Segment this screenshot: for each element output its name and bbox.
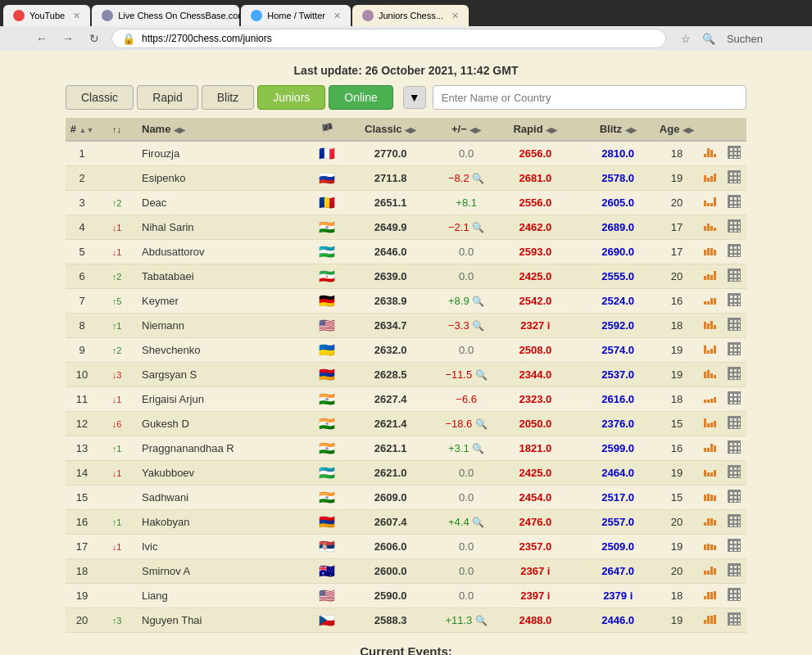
trend-chart[interactable]	[704, 370, 716, 378]
bookmark-icon[interactable]: ☆	[681, 33, 691, 45]
blitz-cell: 2592.0	[580, 314, 656, 338]
trend-chart[interactable]	[704, 346, 716, 354]
tab-juniors-close[interactable]: ✕	[451, 11, 459, 21]
trend-chart[interactable]	[704, 444, 716, 452]
address-input[interactable]: 🔒 https://2700chess.com/juniors	[111, 29, 666, 48]
filter-icon[interactable]: ▼	[403, 86, 426, 109]
detail-cell[interactable]	[722, 559, 746, 584]
detail-icon[interactable]	[728, 391, 741, 404]
detail-cell[interactable]	[722, 461, 746, 486]
detail-icon[interactable]	[728, 293, 741, 306]
detail-cell[interactable]	[722, 608, 746, 633]
detail-icon[interactable]	[728, 416, 741, 429]
trend-chart[interactable]	[704, 567, 716, 575]
trend-chart[interactable]	[704, 174, 716, 182]
flag-cell: 🇩🇪	[315, 289, 339, 314]
trend-chart[interactable]	[704, 397, 716, 403]
detail-cell[interactable]	[722, 535, 746, 559]
search-input[interactable]	[433, 85, 746, 110]
back-button[interactable]: ←	[33, 29, 51, 47]
detail-icon[interactable]	[728, 170, 741, 183]
tab-chessbase[interactable]: Live Chess On ChessBase.com ✕	[92, 5, 239, 26]
reload-button[interactable]: ↻	[85, 29, 103, 47]
detail-icon[interactable]	[728, 490, 741, 503]
search-icon[interactable]: 🔍	[472, 517, 484, 528]
trend-chart[interactable]	[704, 148, 716, 157]
detail-icon[interactable]	[728, 342, 741, 355]
trend-chart[interactable]	[704, 197, 716, 206]
detail-icon[interactable]	[728, 539, 741, 552]
detail-icon[interactable]	[728, 514, 741, 527]
trend-chart[interactable]	[704, 271, 716, 280]
search-icon[interactable]: 🔍	[472, 443, 484, 454]
detail-cell[interactable]	[722, 191, 746, 215]
trend-chart[interactable]	[704, 544, 716, 550]
flag-cell: 🇺🇦	[315, 338, 339, 363]
detail-cell[interactable]	[722, 363, 746, 387]
change-cell: ↑2	[98, 191, 135, 215]
detail-icon[interactable]	[728, 367, 741, 380]
trend-chart[interactable]	[704, 518, 716, 526]
detail-icon[interactable]	[728, 195, 741, 208]
detail-cell[interactable]	[722, 486, 746, 510]
search-icon[interactable]: 🔍	[472, 173, 484, 184]
diff-cell: +8.9 🔍	[442, 289, 491, 314]
rank-change: ↑1	[112, 321, 122, 331]
detail-cell[interactable]	[722, 584, 746, 608]
tab-youtube[interactable]: YouTube ✕	[3, 5, 90, 26]
detail-icon[interactable]	[728, 440, 741, 454]
address-bar: ← → ↻ 🔒 https://2700chess.com/juniors ☆ …	[0, 26, 812, 51]
last-update: Last update: 26 October 2021, 11:42 GMT	[66, 57, 746, 85]
detail-cell[interactable]	[722, 166, 746, 191]
tab-juniors[interactable]: Juniors Chess... ✕	[352, 5, 469, 26]
detail-icon[interactable]	[728, 318, 741, 331]
detail-cell[interactable]	[722, 264, 746, 289]
detail-icon[interactable]	[728, 146, 741, 159]
detail-cell[interactable]	[722, 141, 746, 166]
search-icon[interactable]: 🔍	[475, 418, 488, 430]
trend-chart[interactable]	[704, 298, 716, 305]
trend-chart[interactable]	[704, 591, 716, 599]
tab-twitter-close[interactable]: ✕	[333, 11, 341, 21]
detail-cell[interactable]	[722, 412, 746, 436]
detail-icon[interactable]	[728, 219, 741, 233]
tab-online[interactable]: Online	[329, 85, 392, 110]
forward-button[interactable]: →	[59, 29, 77, 47]
detail-cell[interactable]	[722, 387, 746, 412]
search-browser-icon[interactable]: 🔍	[702, 33, 715, 45]
detail-cell[interactable]	[722, 510, 746, 535]
detail-cell[interactable]	[722, 240, 746, 264]
detail-cell[interactable]	[722, 314, 746, 338]
trend-chart[interactable]	[704, 615, 716, 624]
detail-cell[interactable]	[722, 338, 746, 363]
detail-cell[interactable]	[722, 436, 746, 461]
search-icon[interactable]: 🔍	[475, 369, 488, 381]
detail-icon[interactable]	[728, 588, 741, 601]
detail-icon[interactable]	[728, 465, 741, 478]
trend-chart[interactable]	[704, 494, 716, 501]
detail-icon[interactable]	[728, 612, 741, 626]
search-icon[interactable]: 🔍	[472, 222, 484, 233]
tab-juniors-nav[interactable]: Juniors	[257, 85, 325, 110]
detail-cell[interactable]	[722, 289, 746, 314]
detail-icon[interactable]	[728, 563, 741, 576]
rank-cell: 15	[66, 486, 98, 510]
search-icon[interactable]: 🔍	[475, 615, 488, 626]
tab-classic[interactable]: Classic	[66, 85, 134, 110]
tab-twitter[interactable]: Home / Twitter ✕	[241, 5, 351, 26]
trend-chart[interactable]	[704, 321, 716, 329]
diff-cell: 0.0	[442, 141, 491, 166]
tab-rapid[interactable]: Rapid	[137, 85, 198, 110]
search-icon[interactable]: 🔍	[472, 320, 484, 332]
trend-chart[interactable]	[704, 224, 716, 231]
detail-cell[interactable]	[722, 215, 746, 240]
detail-icon[interactable]	[728, 269, 741, 282]
rank-change: ↓1	[112, 468, 122, 478]
detail-icon[interactable]	[728, 244, 741, 257]
trend-chart[interactable]	[704, 470, 716, 477]
trend-chart[interactable]	[704, 248, 716, 255]
tab-youtube-close[interactable]: ✕	[73, 11, 80, 21]
tab-blitz[interactable]: Blitz	[202, 85, 254, 110]
search-icon[interactable]: 🔍	[472, 296, 484, 307]
trend-chart[interactable]	[704, 418, 716, 427]
